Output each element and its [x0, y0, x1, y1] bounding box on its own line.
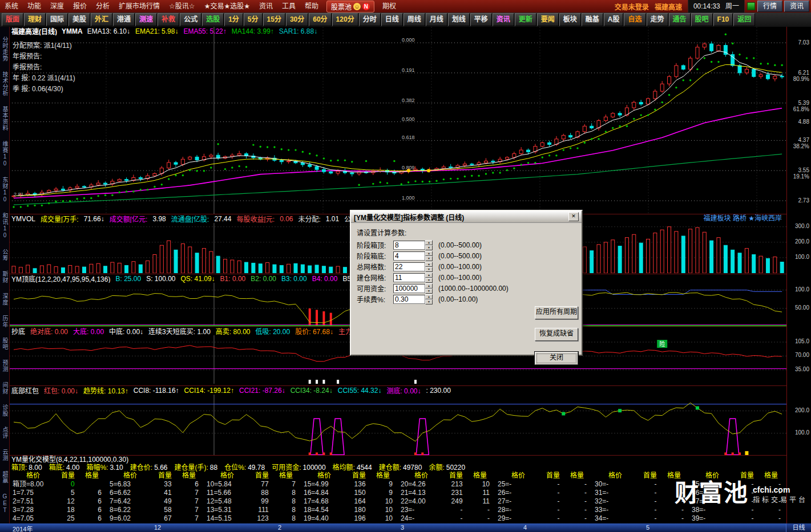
menu-item-分析[interactable]: 分析	[91, 0, 114, 13]
toolbar-button-15分[interactable]: 15分	[263, 13, 285, 26]
sidebar-item-11[interactable]: 预测	[1, 360, 9, 372]
spinner-down-button[interactable]: ▼	[425, 299, 433, 304]
period-box[interactable]: 日线	[786, 523, 811, 532]
stock-pool-button[interactable]: 股票池 ☺ N	[326, 1, 374, 13]
sidebar-item-3[interactable]: 维赛10	[1, 141, 9, 167]
param-input[interactable]	[393, 273, 425, 282]
toolbar-button-外汇[interactable]: 外汇	[91, 13, 112, 26]
toolbar-button-平移[interactable]: 平移	[470, 13, 492, 26]
toolbar-button-要闻[interactable]: 要闻	[537, 13, 559, 26]
dialog-titlebar[interactable]: [YM量化交模型]指标参数调整 (日线) ✕	[351, 211, 582, 223]
toolbar-button-F10[interactable]: F10	[713, 13, 733, 26]
sidebar-item-17[interactable]: GET	[1, 493, 9, 514]
sidebar-item-16[interactable]: 超赢	[1, 471, 9, 484]
spinner-down-button[interactable]: ▼	[425, 289, 433, 294]
toolbar-button-日线[interactable]: 日线	[381, 13, 403, 26]
toolbar-button-公式[interactable]: 公式	[180, 13, 201, 26]
dialog-button-1[interactable]: 应用所有周期	[535, 306, 578, 319]
toolbar-button-国际[interactable]: 国际	[46, 13, 68, 26]
login-status[interactable]: 交易未登录	[615, 2, 649, 11]
spinner-down-button[interactable]: ▼	[425, 267, 433, 272]
sidebar-item-6[interactable]: 公筹	[1, 249, 9, 261]
toolbar-button-选股[interactable]: 选股	[202, 13, 224, 26]
toolbar-button-分时[interactable]: 分时	[359, 13, 381, 26]
menu-item-option[interactable]: 期权	[378, 0, 401, 13]
toolbar-button-返回[interactable]: 返回	[733, 13, 755, 26]
sidebar-item-5[interactable]: 和讯10	[1, 213, 9, 239]
toolbar-button-更新[interactable]: 更新	[515, 13, 536, 26]
topbottom-header-value: QS: 41.09↓	[181, 275, 215, 283]
toolbar-button-1分[interactable]: 1分	[224, 13, 243, 26]
toolbar-button-股吧[interactable]: 股吧	[691, 13, 713, 26]
toolbar-button-划线[interactable]: 划线	[448, 13, 470, 26]
candlestick-chart[interactable]: 0.0000.1910.3820.5000.6180.8091.0002.81	[9, 27, 786, 214]
toolbar-button-通告[interactable]: 通告	[669, 13, 691, 26]
close-icon[interactable]: ✕	[568, 212, 579, 221]
table-row: 16=4.841509	[301, 489, 398, 497]
toolbar-button-版面[interactable]: 版面	[2, 13, 23, 26]
menu-item-工具[interactable]: 工具	[277, 0, 300, 13]
sidebar-item-10[interactable]: 股吧	[1, 338, 9, 350]
toolbar-button-资讯[interactable]: 资讯	[493, 13, 514, 26]
sidebar-item-15[interactable]: 云测	[1, 449, 9, 461]
spinner-up-button[interactable]: ▲	[425, 294, 433, 299]
sidebar-item-0[interactable]: 分时走势	[1, 36, 9, 62]
param-input[interactable]	[393, 241, 425, 250]
stock-info-block: 分配预案: 派1(4/11)年报预告:季报预告:年 报: 0.22 派1(4/1…	[13, 40, 75, 95]
quotes-button[interactable]: 行情	[757, 1, 782, 12]
toolbar-button-A股[interactable]: A股	[604, 13, 624, 26]
sidebar-item-14[interactable]: 点评	[1, 427, 9, 439]
toolbar-button-板块[interactable]: 板块	[559, 13, 581, 26]
toolbar-button-理财[interactable]: 理财	[24, 13, 46, 26]
sidebar-item-9[interactable]: 历年	[1, 315, 9, 328]
spinner-up-button[interactable]: ▲	[425, 273, 433, 278]
param-input[interactable]	[393, 262, 425, 271]
menu-item-报价[interactable]: 报价	[68, 0, 91, 13]
menu-item-功能[interactable]: 功能	[23, 0, 46, 13]
toolbar-button-120分[interactable]: 120分	[332, 13, 358, 26]
redpacket-indicator-chart[interactable]	[9, 395, 786, 456]
toolbar-button-融基[interactable]: 融基	[582, 13, 603, 26]
table-row: 8=6.22587	[107, 506, 204, 514]
dialog-button-3[interactable]: 关闭	[535, 352, 578, 365]
toolbar-button-5分[interactable]: 5分	[244, 13, 263, 26]
spinner-up-button[interactable]: ▲	[425, 251, 433, 256]
sidebar-item-13[interactable]: 诊股	[1, 404, 9, 417]
toolbar-button-走势[interactable]: 走势	[647, 13, 668, 26]
toolbar-button-月线[interactable]: 月线	[426, 13, 447, 26]
spinner-up-button[interactable]: ▲	[425, 262, 433, 267]
toolbar-button-美股[interactable]: 美股	[68, 13, 90, 26]
summary-item: 建仓额:49780	[379, 464, 422, 472]
sidebar-item-4[interactable]: 东财10	[1, 177, 9, 203]
param-input[interactable]	[393, 295, 425, 304]
sidebar-item-2[interactable]: 基本资料	[1, 106, 9, 131]
toolbar-button-补救[interactable]: 补救	[158, 13, 179, 26]
param-input[interactable]	[393, 251, 425, 261]
menu-item-★交易★选股★[interactable]: ★交易★选股★	[200, 0, 255, 13]
menu-item-系统[interactable]: 系统	[0, 0, 23, 13]
sidebar-item-12[interactable]: 间财	[1, 382, 9, 395]
toolbar-button-自选[interactable]: 自选	[624, 13, 645, 26]
spinner-up-button[interactable]: ▲	[425, 240, 433, 245]
toolbar-button-60分[interactable]: 60分	[309, 13, 331, 26]
menu-item-扩展市场行情[interactable]: 扩展市场行情	[114, 0, 164, 13]
toolbar-button-30分[interactable]: 30分	[286, 13, 308, 26]
sidebar-item-7[interactable]: 斯财	[1, 271, 9, 283]
spinner-down-button[interactable]: ▼	[425, 256, 433, 261]
toolbar-button-周线[interactable]: 周线	[404, 13, 425, 26]
menu-item-☆股讯☆[interactable]: ☆股讯☆	[164, 0, 200, 13]
spinner-up-button[interactable]: ▲	[425, 283, 433, 289]
spinner-down-button[interactable]: ▼	[425, 245, 433, 250]
toolbar-button-测速[interactable]: 测速	[135, 13, 157, 26]
spinner-down-button[interactable]: ▼	[425, 278, 433, 283]
dialog-button-2[interactable]: 恢复成缺省	[535, 328, 578, 341]
topbottom-header-value: YM顶底(12,2,20,47,95,95,4,136)	[11, 274, 110, 283]
menu-item-深度[interactable]: 深度	[46, 0, 68, 13]
param-input[interactable]	[393, 284, 425, 293]
toolbar-button-港通[interactable]: 港通	[113, 13, 135, 26]
sidebar-item-1[interactable]: 技术分析	[1, 71, 9, 96]
news-button[interactable]: 资讯	[784, 1, 809, 12]
menu-item-帮助[interactable]: 帮助	[300, 0, 323, 13]
menu-item-资讯[interactable]: 资讯	[255, 0, 277, 13]
sidebar-item-8[interactable]: 深度	[1, 293, 9, 306]
